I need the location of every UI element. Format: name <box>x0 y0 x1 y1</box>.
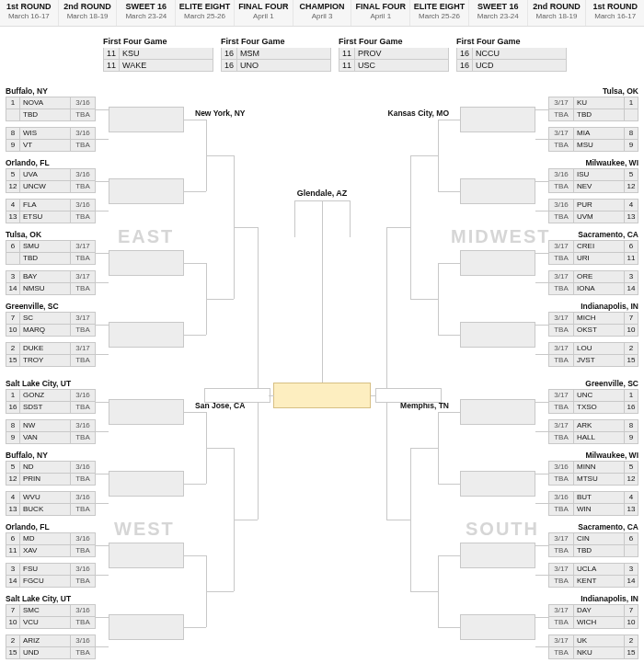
game[interactable]: 8MIA3/179MSUTBA <box>548 127 638 152</box>
hdr-ff-left: FINAL FOURApril 1 <box>235 0 293 26</box>
pod-west-4: Salt Lake City, UT 7SMC3/1610VCUTBA 2ARI… <box>6 594 96 663</box>
hdr-s16-right: SWEET 16March 23-24 <box>469 0 528 26</box>
pod-location: Indianapolis, IN <box>548 594 638 603</box>
game[interactable]: 6CIN3/17TBDTBA <box>548 532 638 557</box>
pod-location: Tulsa, OK <box>548 86 638 96</box>
hdr-s16-left: SWEET 16March 23-24 <box>117 0 176 26</box>
r2-slot[interactable] <box>109 250 184 276</box>
pod-location: Greenville, SC <box>6 302 96 311</box>
game[interactable]: 2DUKE3/1715TROYTBA <box>6 342 96 367</box>
game[interactable]: 8WIS3/169VTTBA <box>6 127 96 152</box>
ff-row: 11WAKE <box>103 60 213 72</box>
game[interactable]: 8ARK3/179HALLTBA <box>548 419 638 444</box>
region-label-east: EAST <box>118 226 174 247</box>
champion-box[interactable] <box>273 383 371 408</box>
s16-site-east: New York, NY <box>195 109 245 118</box>
pod-west-1: Salt Lake City, UT 1GONZ3/1616SDSTTBA 8N… <box>6 379 96 450</box>
pod-location: Salt Lake City, UT <box>6 379 96 388</box>
ff-row: 11PROV <box>339 48 449 60</box>
pod-south-4: Indianapolis, IN 7DAY3/1710WICHTBA 2UK3/… <box>548 594 638 663</box>
pod-midwest-2: Milwaukee, WI 5ISU3/1612NEVTBA 4PUR3/161… <box>548 158 638 229</box>
game[interactable]: 5ND3/1612PRINTBA <box>6 461 96 486</box>
first-four-title: First Four Game <box>456 37 567 46</box>
pod-east-1: Buffalo, NY 1NOVA3/16TBDTBA 8WIS3/169VTT… <box>6 86 96 157</box>
pod-east-2: Orlando, FL 5UVA3/1612UNCWTBA 4FLA3/1613… <box>6 158 96 229</box>
first-four-1: First Four Game 11KSU 11WAKE <box>103 37 213 72</box>
pod-midwest-3: Sacramento, CA 6CREI3/1711URITBA 3ORE3/1… <box>548 230 638 301</box>
r2-slot[interactable] <box>109 614 184 640</box>
r2-slot[interactable] <box>109 543 184 568</box>
game[interactable]: 3UCLA3/1714KENTTBA <box>548 563 638 588</box>
r2-slot[interactable] <box>460 178 535 204</box>
pod-south-1: Greenville, SC 1UNC3/1716TXSOTBA 8ARK3/1… <box>548 379 638 450</box>
game[interactable]: 3ORE3/1714IONATBA <box>548 270 638 295</box>
game[interactable]: 2UK3/1715NKUTBA <box>548 634 638 659</box>
r2-slot[interactable] <box>460 399 535 425</box>
pod-location: Sacramento, CA <box>548 230 638 239</box>
region-label-south: SOUTH <box>466 519 539 540</box>
hdr-r2-right: 2nd ROUNDMarch 18-19 <box>528 0 587 26</box>
final-site-label: Glendale, AZ <box>0 189 644 198</box>
pod-location: Tulsa, OK <box>6 230 96 239</box>
r2-slot[interactable] <box>460 614 535 640</box>
game[interactable]: 3BAY3/1714NMSUTBA <box>6 270 96 295</box>
game[interactable]: 7MICH3/1710OKSTTBA <box>548 312 638 337</box>
pod-location: Orlando, FL <box>6 158 96 167</box>
game[interactable]: 3FSU3/1614FGCUTBA <box>6 563 96 588</box>
game[interactable]: 1NOVA3/16TBDTBA <box>6 97 96 121</box>
game[interactable]: 5MINN3/1612MTSUTBA <box>548 461 638 486</box>
first-four-title: First Four Game <box>339 37 449 46</box>
hdr-ff-right: FINAL FOURApril 1 <box>351 0 410 26</box>
first-four-4: First Four Game 16NCCU 16UCD <box>456 37 567 72</box>
game[interactable]: 4BUT3/1613WINTBA <box>548 491 638 516</box>
game[interactable]: 1KU3/17TBDTBA <box>548 97 638 121</box>
r2-slot[interactable] <box>109 399 184 425</box>
game[interactable]: 2LOU3/1715JVSTTBA <box>548 342 638 367</box>
game[interactable]: 5ISU3/1612NEVTBA <box>548 168 638 193</box>
ff-row: 16UCD <box>456 60 567 72</box>
game[interactable]: 8NW3/169VANTBA <box>6 419 96 444</box>
game[interactable]: 4PUR3/1613UVMTBA <box>548 199 638 223</box>
hdr-r2-left: 2nd ROUNDMarch 18-19 <box>59 0 118 26</box>
pod-location: Orlando, FL <box>6 522 96 532</box>
game[interactable]: 7DAY3/1710WICHTBA <box>548 604 638 629</box>
r2-slot[interactable] <box>460 543 535 568</box>
pod-east-4: Greenville, SC 7SC3/1710MARQTBA 2DUKE3/1… <box>6 302 96 372</box>
r2-slot[interactable] <box>109 322 184 348</box>
pod-east-3: Tulsa, OK 6SMU3/17TBDTBA 3BAY3/1714NMSUT… <box>6 230 96 301</box>
game[interactable]: 6SMU3/17TBDTBA <box>6 240 96 265</box>
game[interactable]: 7SC3/1710MARQTBA <box>6 312 96 337</box>
first-four-2: First Four Game 16MSM 16UNO <box>221 37 331 72</box>
pod-west-3: Orlando, FL 6MD3/1611XAVTBA 3FSU3/1614FG… <box>6 522 96 593</box>
hdr-r1-right: 1st ROUNDMarch 16-17 <box>586 0 644 26</box>
pod-midwest-4: Indianapolis, IN 7MICH3/1710OKSTTBA 2LOU… <box>548 302 638 372</box>
game[interactable]: 6CREI3/1711URITBA <box>548 240 638 265</box>
r2-slot[interactable] <box>109 471 184 497</box>
game[interactable]: 1GONZ3/1616SDSTTBA <box>6 389 96 414</box>
game[interactable]: 4WVU3/1613BUCKTBA <box>6 491 96 516</box>
r2-slot[interactable] <box>460 250 535 276</box>
first-four-title: First Four Game <box>221 37 331 46</box>
pod-location: Milwaukee, WI <box>548 451 638 460</box>
game[interactable]: 4FLA3/1613ETSUTBA <box>6 199 96 223</box>
r2-slot[interactable] <box>109 107 184 132</box>
hdr-r1-left: 1st ROUNDMarch 16-17 <box>0 0 59 26</box>
pod-south-2: Milwaukee, WI 5MINN3/1612MTSUTBA 4BUT3/1… <box>548 451 638 521</box>
game[interactable]: 5UVA3/1612UNCWTBA <box>6 168 96 193</box>
s16-site-midwest: Kansas City, MO <box>388 109 449 118</box>
first-four-3: First Four Game 11PROV 11USC <box>339 37 449 72</box>
game[interactable]: 7SMC3/1610VCUTBA <box>6 604 96 629</box>
pod-west-2: Buffalo, NY 5ND3/1612PRINTBA 4WVU3/1613B… <box>6 451 96 521</box>
ff-row: 16MSM <box>221 48 331 60</box>
game[interactable]: 2ARIZ3/1615UNDTBA <box>6 634 96 659</box>
pod-location: Milwaukee, WI <box>548 158 638 167</box>
game[interactable]: 1UNC3/1716TXSOTBA <box>548 389 638 414</box>
final-four-slot-right[interactable] <box>375 388 442 403</box>
game[interactable]: 6MD3/1611XAVTBA <box>6 532 96 557</box>
r2-slot[interactable] <box>460 471 535 497</box>
pod-location: Indianapolis, IN <box>548 302 638 311</box>
r2-slot[interactable] <box>460 107 535 132</box>
r2-slot[interactable] <box>109 178 184 204</box>
final-four-slot-left[interactable] <box>204 388 270 403</box>
r2-slot[interactable] <box>460 322 535 348</box>
